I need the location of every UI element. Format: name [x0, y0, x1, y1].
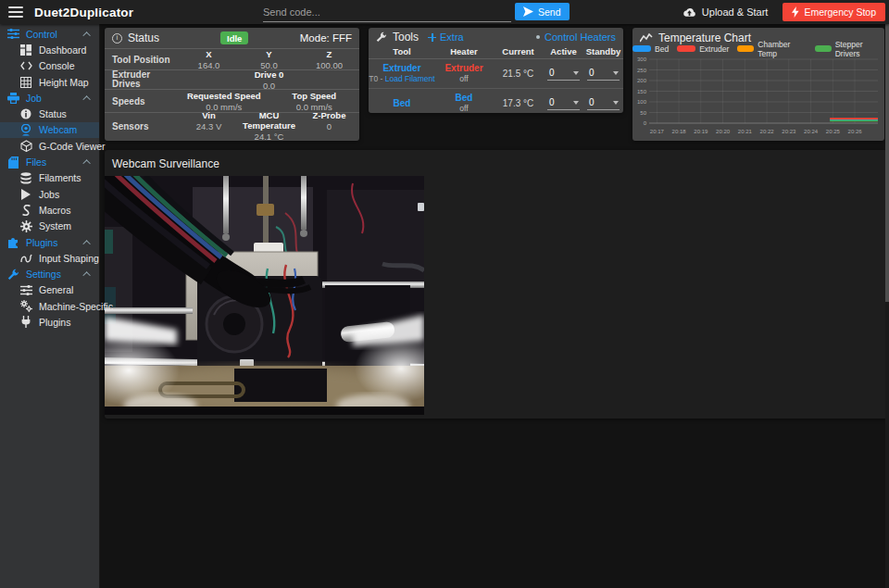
tools-table-header: Tool Heater Current Active Standby: [369, 46, 623, 59]
sidebar-item-label: Height Map: [39, 77, 89, 88]
extra-link[interactable]: Extra: [440, 31, 464, 43]
info-icon: [112, 33, 122, 44]
sidebar-item-webcam[interactable]: Webcam: [0, 122, 99, 138]
svg-text:200: 200: [637, 78, 647, 83]
sidebar-item-gcode-viewer[interactable]: G-Code Viewer: [0, 138, 99, 154]
svg-text:50: 50: [640, 110, 646, 116]
emergency-stop-button[interactable]: Emergency Stop: [783, 3, 885, 21]
sidebar-item-input-shaping[interactable]: Input Shaping: [0, 250, 99, 266]
script-icon: [19, 204, 32, 217]
sidebar-section-files[interactable]: Files: [0, 154, 99, 169]
send-code-input[interactable]: [263, 2, 511, 22]
control-heaters-link[interactable]: Control Heaters: [545, 31, 616, 43]
hamburger-menu-icon[interactable]: [8, 6, 23, 18]
sidebar-section-control[interactable]: Control: [0, 26, 99, 42]
menu-dot-icon: [536, 35, 540, 39]
standby-temp-select[interactable]: 0: [587, 66, 620, 81]
machine-mode: Mode: FFF: [300, 32, 352, 44]
sidebar-item-height-map[interactable]: Height Map: [0, 74, 99, 90]
sidebar-section-job[interactable]: Job: [0, 90, 99, 106]
speeds-row: Speeds Requested Speed 0.0 mm/s Top Spee…: [105, 89, 359, 112]
top-app-bar: Duet2Duplicator Send Upload & Start Emer…: [0, 0, 889, 24]
tool-name-link[interactable]: Extruder: [369, 63, 435, 73]
legend-item-extruder: Extruder: [677, 44, 729, 54]
active-temp-select[interactable]: 0: [547, 95, 580, 110]
plug-icon: [19, 316, 32, 329]
section-label: Plugins: [26, 237, 57, 248]
sliders-icon: [6, 28, 19, 41]
line-chart-icon: [640, 33, 653, 43]
load-filament-link[interactable]: Load Filament: [385, 74, 435, 83]
printer-icon: [6, 92, 19, 105]
3d-cube-icon: [19, 140, 32, 153]
sidebar-item-console[interactable]: Console: [0, 58, 99, 74]
app-title: Duet2Duplicator: [34, 6, 133, 19]
svg-text:20:17: 20:17: [650, 129, 665, 134]
axis-x: X 164.0: [179, 49, 239, 70]
axis-y: Y 50.0: [239, 49, 299, 70]
sidebar-item-label: G-Code Viewer: [39, 141, 106, 152]
broken-image-icon: [418, 203, 424, 211]
z-probe: Z-Probe 0: [299, 110, 359, 142]
chevron-up-icon: [82, 31, 90, 39]
svg-text:250: 250: [637, 68, 647, 73]
sidebar-item-jobs[interactable]: Jobs: [0, 186, 99, 202]
send-button[interactable]: Send: [515, 3, 570, 20]
sidebar-item-status[interactable]: Status: [0, 106, 99, 121]
sidebar-item-plugins[interactable]: Plugins: [0, 314, 99, 330]
caret-down-icon: [573, 101, 579, 105]
grid-map-icon: [19, 76, 32, 89]
svg-text:20:20: 20:20: [716, 129, 731, 134]
legend-swatch: [815, 45, 832, 52]
sidebar-item-filaments[interactable]: Filaments: [0, 170, 99, 186]
code-console-icon: [19, 59, 32, 72]
sidebar-item-label: General: [39, 284, 73, 295]
sidebar-item-label: Machine-Specific: [39, 301, 113, 312]
current-temp: 17.3 °C: [493, 98, 544, 108]
active-temp-select[interactable]: 0: [547, 66, 580, 81]
spool-stack-icon: [19, 171, 32, 184]
requested-speed: Requested Speed 0.0 mm/s: [179, 91, 269, 112]
sidebar-item-label: Input Shaping: [39, 253, 99, 264]
wrench-icon: [376, 31, 387, 43]
heater-name[interactable]: Bed: [435, 93, 493, 103]
svg-text:20:23: 20:23: [782, 129, 796, 134]
duet-web-control-app: Duet2Duplicator Send Upload & Start Emer…: [0, 0, 889, 588]
drive-0: Drive 0 0.0: [179, 69, 359, 91]
axis-z: Z 100.00: [299, 49, 359, 70]
chevron-up-icon: [82, 159, 90, 167]
chevron-up-icon: [82, 271, 90, 279]
send-button-label: Send: [538, 6, 561, 18]
page-scrollbar[interactable]: [885, 24, 889, 588]
sidebar-item-dashboard[interactable]: Dashboard: [0, 42, 99, 57]
sidebar-item-label: Webcam: [39, 124, 77, 135]
sidebar-item-label: Filaments: [39, 172, 81, 183]
navigation-sidebar: Control Dashboard Console Height Map: [0, 24, 100, 588]
sidebar-item-label: Plugins: [39, 317, 70, 328]
standby-temp-select[interactable]: 0: [587, 95, 620, 110]
svg-text:20:25: 20:25: [826, 129, 841, 134]
sidebar-item-machine-specific[interactable]: Machine-Specific: [0, 298, 99, 314]
sidebar-section-settings[interactable]: Settings: [0, 266, 99, 281]
emergency-stop-label: Emergency Stop: [804, 6, 876, 18]
puzzle-icon: [6, 236, 19, 249]
dashboard-icon: [19, 44, 32, 56]
sidebar-item-system[interactable]: System: [0, 219, 99, 234]
sidebar-item-general[interactable]: General: [0, 282, 99, 298]
gears-icon: [19, 300, 32, 313]
sidebar-item-label: System: [39, 220, 71, 231]
heater-name[interactable]: Extruder: [435, 63, 493, 73]
svg-text:20:22: 20:22: [760, 129, 775, 134]
tool-name-link[interactable]: Bed: [369, 98, 435, 108]
sidebar-item-macros[interactable]: Macros: [0, 202, 99, 218]
sidebar-item-label: Status: [39, 108, 67, 119]
webcam-panel-title: Webcam Surveillance: [105, 150, 887, 170]
sidebar-item-label: Jobs: [39, 189, 59, 200]
scrollbar-thumb[interactable]: [885, 24, 889, 302]
sidebar-item-label: Console: [39, 60, 75, 71]
upload-start-button[interactable]: Upload & Start: [679, 6, 772, 18]
row-label: Extruder Drives: [105, 70, 179, 89]
svg-text:100: 100: [637, 99, 647, 105]
sidebar-section-plugins[interactable]: Plugins: [0, 234, 99, 250]
webcam-icon: [19, 123, 32, 136]
